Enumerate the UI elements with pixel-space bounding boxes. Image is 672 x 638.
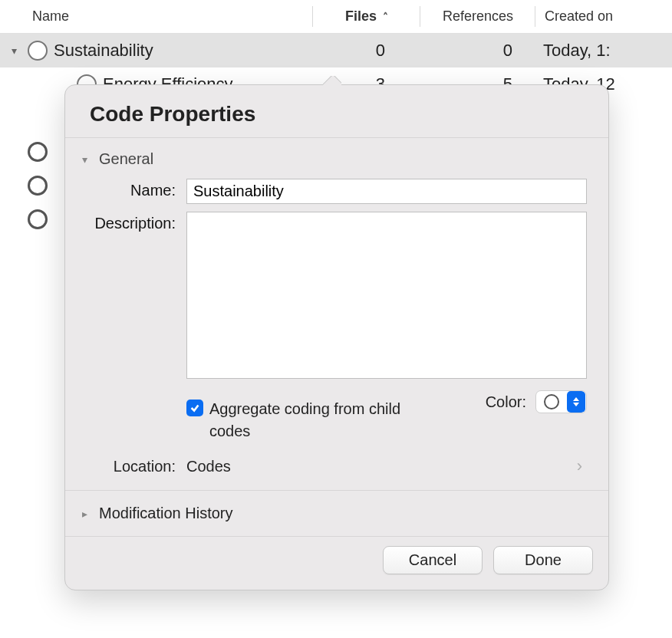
popover-title: Code Properties — [65, 85, 608, 137]
code-color-ring-icon — [28, 209, 48, 229]
column-header-created[interactable]: Created on — [535, 0, 672, 33]
code-color-ring-icon — [28, 41, 48, 61]
cell-files: 0 — [313, 41, 420, 61]
section-label: Modification History — [99, 505, 233, 522]
column-header-label: Files — [345, 8, 377, 25]
section-header-modification-history[interactable]: ▸ Modification History — [65, 491, 608, 536]
code-color-ring-icon — [28, 142, 48, 162]
popover-arrow-icon — [323, 76, 341, 85]
chevron-down-icon: ▾ — [77, 153, 91, 166]
done-button[interactable]: Done — [493, 546, 593, 574]
column-header-references[interactable]: References — [420, 0, 535, 33]
chevron-right-icon: ▸ — [77, 508, 91, 520]
name-input[interactable] — [186, 179, 587, 204]
cell-created: Today, 1: — [535, 41, 672, 61]
table-row[interactable]: ▾ Sustainability 0 0 Today, 1: — [0, 34, 672, 67]
name-label: Name: — [87, 179, 186, 204]
column-header-label: References — [443, 8, 513, 25]
aggregate-label: Aggregate coding from child codes — [209, 398, 409, 442]
section-header-general[interactable]: ▾ General — [65, 138, 608, 176]
sort-ascending-icon: ˄ — [383, 11, 388, 23]
color-select[interactable] — [535, 390, 587, 413]
section-label: General — [99, 150, 153, 168]
code-properties-popover: Code Properties ▾ General Name: Descript… — [64, 84, 609, 590]
location-value[interactable]: Codes — [186, 458, 577, 475]
description-textarea[interactable] — [186, 212, 587, 379]
column-header-files[interactable]: Files ˄ — [313, 0, 420, 33]
description-label: Description: — [87, 212, 186, 383]
code-color-ring-icon — [28, 176, 48, 196]
column-header-label: Created on — [545, 8, 613, 25]
color-stepper-icon — [567, 391, 585, 413]
cell-refs: 0 — [420, 41, 535, 61]
cancel-button[interactable]: Cancel — [383, 546, 483, 574]
column-header-label: Name — [32, 8, 69, 25]
code-name-label: Sustainability — [54, 41, 153, 61]
location-label: Location: — [87, 458, 186, 475]
column-header-name[interactable]: Name — [0, 0, 313, 33]
aggregate-checkbox[interactable] — [186, 400, 203, 416]
disclosure-triangle-icon[interactable]: ▾ — [6, 44, 21, 57]
color-swatch-icon — [544, 394, 559, 409]
table-header: Name Files ˄ References Created on — [0, 0, 672, 34]
chevron-right-icon[interactable]: › — [577, 456, 587, 476]
color-label: Color: — [486, 393, 526, 411]
